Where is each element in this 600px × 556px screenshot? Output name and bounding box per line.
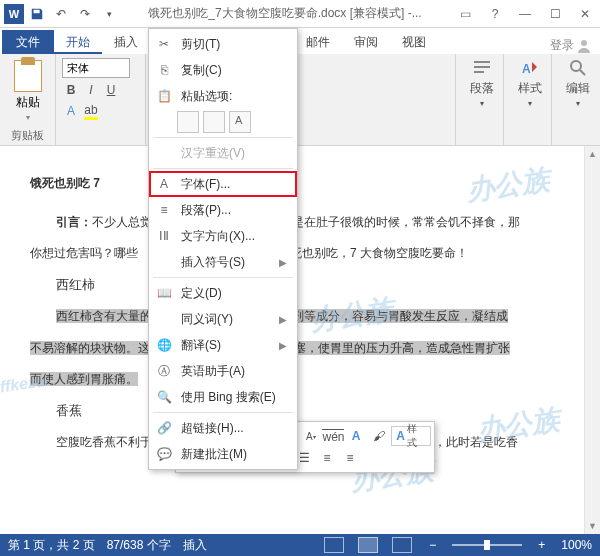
context-menu: ✂剪切(T) ⎘复制(C) 📋粘贴选项: A 汉字重选(V) A字体(F)...…: [148, 28, 298, 470]
copy-icon: ⎘: [155, 61, 173, 79]
svg-rect-2: [474, 66, 490, 68]
vertical-scrollbar[interactable]: ▲ ▼: [584, 146, 600, 534]
web-layout-icon[interactable]: [392, 537, 412, 553]
menu-insert-symbol[interactable]: 插入符号(S)▶: [149, 249, 297, 275]
tab-mailings[interactable]: 邮件: [294, 30, 342, 54]
zoom-out-button[interactable]: −: [429, 538, 436, 552]
zoom-slider[interactable]: [452, 544, 522, 546]
link-icon: 🔗: [155, 419, 173, 437]
menu-hyperlink[interactable]: 🔗超链接(H)...: [149, 415, 297, 441]
doc-paragraph: 西红柿含有大量的软剂等成分，容易与胃酸发生反应，凝结成: [30, 304, 580, 328]
paragraph-button[interactable]: 段落▾: [462, 58, 502, 108]
menu-cut[interactable]: ✂剪切(T): [149, 31, 297, 57]
svg-rect-1: [474, 61, 490, 63]
clipboard-group-label: 剪贴板: [0, 128, 55, 143]
translate-icon: 🌐: [155, 336, 173, 354]
menu-synonyms[interactable]: 同义词(Y)▶: [149, 306, 297, 332]
menu-copy[interactable]: ⎘复制(C): [149, 57, 297, 83]
doc-line: 你想过危害吗？哪些，饿死也别吃，7 大食物空腹吃要命！: [30, 241, 580, 265]
read-mode-icon[interactable]: [324, 537, 344, 553]
menu-english-assistant[interactable]: Ⓐ英语助手(A): [149, 358, 297, 384]
word-app-icon: W: [4, 4, 24, 24]
menu-bing-search[interactable]: 🔍使用 Bing 搜索(E): [149, 384, 297, 410]
assistant-icon: Ⓐ: [155, 362, 173, 380]
menu-paragraph[interactable]: ≡段落(P)...: [149, 197, 297, 223]
zoom-in-button[interactable]: +: [538, 538, 545, 552]
mini-numbering-icon[interactable]: ≡: [317, 448, 337, 468]
tab-view[interactable]: 视图: [390, 30, 438, 54]
editing-button[interactable]: 编辑▾: [558, 58, 598, 108]
svg-text:A: A: [522, 62, 531, 76]
bold-button[interactable]: B: [62, 81, 80, 99]
mini-styles-button[interactable]: A样式: [391, 426, 431, 446]
subheading-2: 香蕉: [56, 399, 580, 422]
qat-undo-icon[interactable]: ↶: [50, 3, 72, 25]
status-bar: 第 1 页，共 2 页 87/638 个字 插入 − + 100%: [0, 534, 600, 556]
status-word-count[interactable]: 87/638 个字: [107, 537, 171, 554]
qat-redo-icon[interactable]: ↷: [74, 3, 96, 25]
submenu-arrow-icon: ▶: [279, 257, 287, 268]
document-area[interactable]: 饿死也别吃 7命 引言：不少人总觉其是在肚子很饿的时候，常常会饥不择食，那 你想…: [0, 146, 600, 534]
tab-home[interactable]: 开始: [54, 30, 102, 54]
mini-center-icon[interactable]: ≡: [340, 448, 360, 468]
doc-line: 而使人感到胃胀痛。: [30, 367, 580, 391]
tab-insert[interactable]: 插入: [102, 30, 150, 54]
ribbon-options-icon[interactable]: ▭: [450, 2, 480, 26]
heading-1: 饿死也别吃 7命: [30, 160, 580, 200]
comment-icon: 💬: [155, 445, 173, 463]
menu-translate[interactable]: 🌐翻译(S)▶: [149, 332, 297, 358]
zoom-level[interactable]: 100%: [561, 538, 592, 552]
qat-save-icon[interactable]: [26, 3, 48, 25]
mini-text-effects-icon[interactable]: A: [346, 426, 365, 446]
svg-point-5: [571, 61, 581, 71]
status-page[interactable]: 第 1 页，共 2 页: [8, 537, 95, 554]
underline-button[interactable]: U: [102, 81, 120, 99]
menu-font[interactable]: A字体(F)...: [149, 171, 297, 197]
italic-button[interactable]: I: [82, 81, 100, 99]
phonetic-guide-icon[interactable]: wén: [323, 426, 343, 446]
font-icon: A: [155, 175, 173, 193]
qat-customize-icon[interactable]: ▾: [98, 3, 120, 25]
format-painter-icon[interactable]: 🖌: [369, 426, 388, 446]
menu-paste-options-label: 📋粘贴选项:: [149, 83, 297, 109]
clipboard-icon: [14, 60, 42, 92]
maximize-icon[interactable]: ☐: [540, 2, 570, 26]
tab-review[interactable]: 审阅: [342, 30, 390, 54]
shrink-font-icon[interactable]: A▾: [301, 426, 320, 446]
minimize-icon[interactable]: —: [510, 2, 540, 26]
tab-file[interactable]: 文件: [2, 30, 54, 54]
window-title: 饿死也别吃_7大食物空腹吃要命.docx [兼容模式] -...: [120, 5, 450, 22]
scissors-icon: ✂: [155, 35, 173, 53]
print-layout-icon[interactable]: [358, 537, 378, 553]
paste-button[interactable]: 粘贴 ▾: [6, 58, 49, 124]
styles-button[interactable]: A 样式▾: [510, 58, 550, 108]
menu-define[interactable]: 📖定义(D): [149, 280, 297, 306]
submenu-arrow-icon: ▶: [279, 340, 287, 351]
paste-label: 粘贴: [16, 94, 40, 111]
menu-new-comment[interactable]: 💬新建批注(M): [149, 441, 297, 467]
menu-chinese-relayout: 汉字重选(V): [149, 140, 297, 166]
search-icon: 🔍: [155, 388, 173, 406]
font-name-box[interactable]: 宋体: [62, 58, 130, 78]
login-button[interactable]: 登录: [550, 37, 592, 54]
doc-line: 不易溶解的块状物。这门堵塞，使胃里的压力升高，造成急性胃扩张: [30, 336, 580, 360]
paste-merge-formatting[interactable]: [203, 111, 225, 133]
book-icon: 📖: [155, 284, 173, 302]
doc-intro: 引言：不少人总觉其是在肚子很饿的时候，常常会饥不择食，那: [30, 210, 580, 234]
submenu-arrow-icon: ▶: [279, 314, 287, 325]
highlight-icon[interactable]: ab: [82, 102, 100, 120]
svg-line-6: [580, 70, 585, 75]
paste-keep-formatting[interactable]: [177, 111, 199, 133]
status-insert-mode[interactable]: 插入: [183, 537, 207, 554]
subheading-1: 西红柿: [56, 273, 580, 296]
text-effects-icon[interactable]: A: [62, 102, 80, 120]
scroll-down-icon[interactable]: ▼: [585, 518, 600, 534]
paragraph-icon: ≡: [155, 201, 173, 219]
scroll-up-icon[interactable]: ▲: [585, 146, 600, 162]
svg-point-0: [581, 40, 587, 46]
paste-text-only[interactable]: A: [229, 111, 251, 133]
menu-text-direction[interactable]: ⅠⅡ文字方向(X)...: [149, 223, 297, 249]
close-icon[interactable]: ✕: [570, 2, 600, 26]
svg-rect-3: [474, 71, 484, 73]
help-icon[interactable]: ?: [480, 2, 510, 26]
